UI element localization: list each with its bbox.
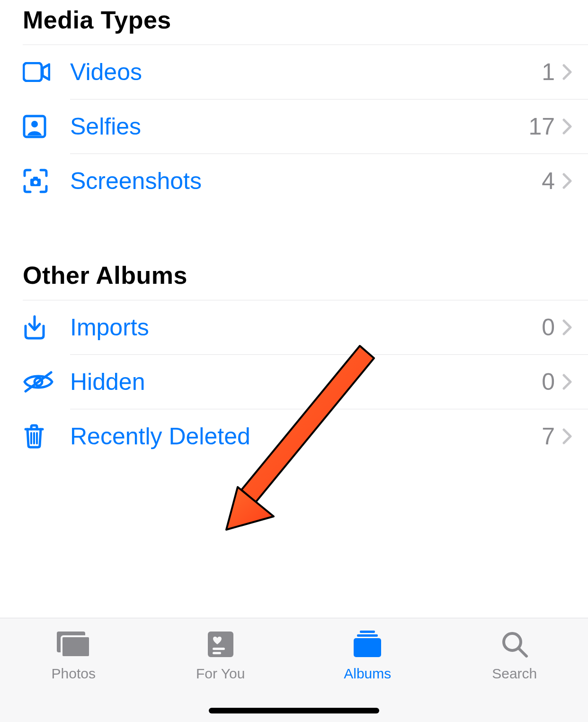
row-hidden[interactable]: Hidden 0 [23, 355, 588, 409]
row-label: Hidden [70, 368, 542, 396]
row-label: Selfies [70, 113, 528, 140]
albums-icon [351, 629, 384, 660]
chevron-right-icon [560, 118, 588, 135]
tab-label: For You [196, 666, 245, 682]
svg-rect-16 [360, 631, 375, 633]
row-imports[interactable]: Imports 0 [23, 300, 588, 354]
svg-line-20 [519, 649, 526, 656]
row-selfies[interactable]: Selfies 17 [23, 99, 588, 153]
row-count: 17 [528, 113, 560, 140]
row-screenshots[interactable]: Screenshots 4 [23, 154, 588, 208]
tab-albums[interactable]: Albums [294, 618, 441, 722]
tab-label: Search [492, 666, 537, 682]
chevron-right-icon [560, 374, 588, 390]
row-label: Screenshots [70, 167, 542, 195]
section-title-other-albums: Other Albums [23, 255, 588, 300]
svg-point-2 [31, 121, 38, 127]
photos-stack-icon [55, 629, 92, 660]
memories-icon [206, 629, 235, 660]
home-indicator[interactable] [209, 708, 379, 713]
screenshot-icon [23, 168, 70, 194]
chevron-right-icon [560, 173, 588, 189]
svg-rect-17 [357, 634, 378, 637]
search-icon [500, 629, 529, 660]
row-count: 0 [542, 314, 560, 341]
svg-rect-4 [33, 177, 38, 180]
trash-icon [23, 424, 70, 449]
tab-for-you[interactable]: For You [147, 618, 294, 722]
row-label: Videos [70, 58, 542, 86]
svg-rect-0 [24, 63, 42, 81]
row-label: Imports [70, 314, 542, 341]
svg-marker-22 [226, 487, 274, 530]
chevron-right-icon [560, 428, 588, 444]
video-camera-icon [23, 62, 70, 82]
row-videos[interactable]: Videos 1 [23, 45, 588, 99]
svg-rect-12 [62, 636, 90, 657]
download-icon [23, 315, 70, 340]
chevron-right-icon [560, 319, 588, 335]
svg-rect-14 [213, 648, 225, 650]
svg-rect-18 [354, 638, 381, 657]
row-count: 0 [542, 368, 560, 396]
tab-search[interactable]: Search [441, 618, 588, 722]
svg-point-5 [34, 180, 37, 184]
eye-slash-icon [23, 370, 70, 393]
row-count: 1 [542, 58, 560, 86]
tab-label: Photos [52, 666, 96, 682]
svg-rect-15 [213, 652, 221, 654]
row-label: Recently Deleted [70, 423, 542, 450]
chevron-right-icon [560, 64, 588, 80]
tab-bar: Photos For You Albums [0, 618, 588, 722]
section-title-media-types: Media Types [23, 0, 588, 45]
tab-label: Albums [344, 666, 391, 682]
tab-photos[interactable]: Photos [0, 618, 147, 722]
row-count: 7 [542, 423, 560, 450]
row-count: 4 [542, 167, 560, 195]
portrait-icon [23, 115, 70, 138]
row-recently-deleted[interactable]: Recently Deleted 7 [23, 409, 588, 463]
